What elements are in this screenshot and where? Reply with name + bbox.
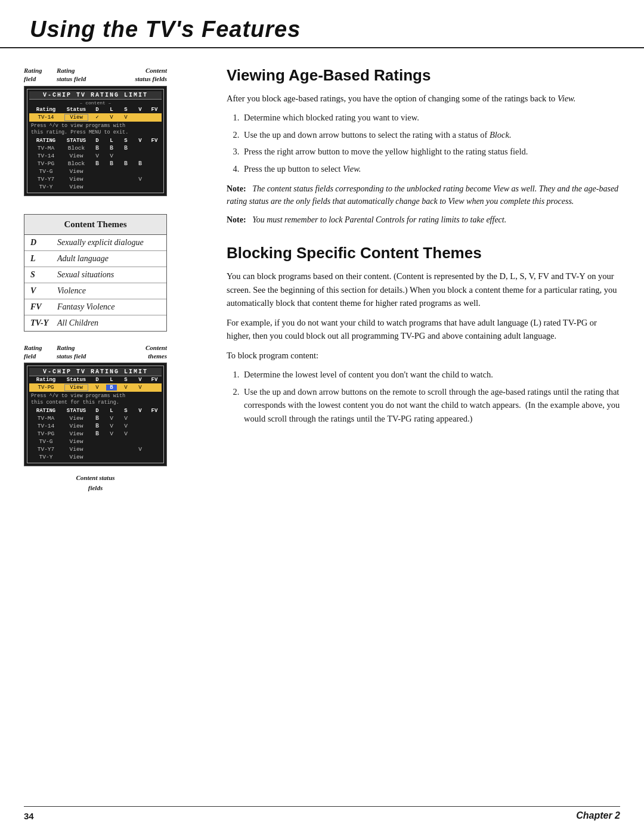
tv-col-header: Rating Status D L S V FV: [29, 106, 162, 113]
page-header: Using the TV's Features: [0, 0, 644, 48]
ct-code-s: S: [30, 270, 57, 280]
note1-label: Note:: [227, 184, 246, 193]
tv-screen-2: V-CHIP TV RATING LIMIT Rating Status D L…: [24, 363, 167, 466]
tv-title-bar-1: V-CHIP TV RATING LIMIT: [29, 91, 162, 100]
main-content: Ratingfield Ratingstatus field Contentst…: [0, 66, 644, 493]
ct-row-fv: FV Fantasy Violence: [24, 299, 166, 315]
ct-desc-tvy: All Children: [57, 318, 98, 328]
ct-row-tvy: TV-Y All Children: [24, 315, 166, 331]
ct-code-fv: FV: [30, 302, 57, 312]
screen2-content-label: Contentthemes: [104, 343, 167, 361]
footer-page-number: 34: [24, 811, 34, 821]
rating-field-label: Ratingfield: [24, 66, 57, 83]
tv2-data-row: TV-14 View B V V: [29, 422, 162, 430]
ct-row-v: V Violence: [24, 283, 166, 299]
screen2-rating-label: Ratingfield: [24, 343, 57, 361]
tv-note-1: Press ^/v to view programs withthis rati…: [29, 122, 162, 137]
section1-step-2: Use the up and down arrow buttons to sel…: [242, 128, 620, 141]
right-column: Viewing Age-Based Ratings After you bloc…: [221, 66, 620, 493]
section2-step-2: Use the up and down arrow buttons on the…: [242, 385, 620, 425]
tv-data-row: TV-Y View: [29, 183, 162, 191]
page-title: Using the TV's Features: [30, 17, 614, 42]
ct-code-d: D: [30, 238, 57, 247]
tv2-data-row: TV-G View: [29, 438, 162, 445]
section1-step-4: Press the up button to select View.: [242, 162, 620, 175]
content-status-label: Contentstatus fields: [101, 66, 167, 83]
ct-code-l: L: [30, 254, 57, 264]
note1-block: Note: The content status fields correspo…: [227, 182, 620, 208]
ct-desc-d: Sexually explicit dialogue: [57, 238, 144, 247]
tv2-highlighted-row: TV-PG View V B V V: [29, 383, 162, 392]
screen2-labels: Ratingfield Ratingstatus field Contentth…: [24, 343, 167, 361]
ct-desc-l: Adult language: [57, 254, 109, 264]
section2-para2: For example, if you do not want your chi…: [227, 316, 620, 343]
tv-data-row: TV-Y7 View V: [29, 175, 162, 183]
tv2-data-row: TV-PG View B V V: [29, 430, 162, 438]
tv-col-header-2: RATING STATUS D L S V FV: [29, 137, 162, 144]
section2-step-1: Determine the lowest level of content yo…: [242, 368, 620, 381]
ct-desc-v: Violence: [57, 286, 86, 296]
ct-row-d: D Sexually explicit dialogue: [24, 235, 166, 251]
section1-intro: After you block age-based ratings, you h…: [227, 92, 620, 105]
tv-data-row: TV-G View: [29, 168, 162, 175]
section2-steps: Determine the lowest level of content yo…: [242, 368, 620, 425]
page-footer: 34 Chapter 2: [24, 806, 620, 821]
tv-title-bar-2: V-CHIP TV RATING LIMIT: [29, 368, 162, 376]
content-status-fields-label: Content statusfields: [24, 472, 167, 493]
section1-step-1: Determine which blocked rating you want …: [242, 111, 620, 124]
note2-label: Note:: [227, 215, 246, 224]
ct-code-tvy: TV-Y: [30, 318, 57, 328]
tv-data-row: TV-PG Block B B B B: [29, 160, 162, 168]
left-column: Ratingfield Ratingstatus field Contentst…: [24, 66, 203, 493]
section2-intro-steps: To block program content:: [227, 349, 620, 362]
ct-row-l: L Adult language: [24, 251, 166, 267]
tv2-data-row: TV-MA View B V V: [29, 414, 162, 422]
section2-title: Blocking Specific Content Themes: [227, 244, 620, 262]
ct-row-s: S Sexual situations: [24, 267, 166, 283]
content-themes-header: Content Themes: [24, 215, 166, 235]
tv2-note: Press ^/v to view programs withthis cont…: [29, 392, 162, 407]
tv2-data-row: TV-Y View: [29, 453, 162, 461]
tv-highlighted-row: TV-14 View ✓ V V: [29, 113, 162, 122]
ct-code-v: V: [30, 286, 57, 296]
tv-data-row: TV-MA Block B B B: [29, 144, 162, 152]
section1-step-3: Press the right arrow button to move the…: [242, 145, 620, 158]
tv-subtitle: – content –: [29, 100, 162, 106]
tv2-col-header-2: RATING STATUS D L S V FV: [29, 407, 162, 414]
footer-chapter: Chapter 2: [576, 810, 620, 821]
ct-desc-fv: Fantasy Violence: [57, 302, 115, 312]
tv-screen-1: V-CHIP TV RATING LIMIT – content – Ratin…: [24, 86, 167, 196]
rating-status-label: Ratingstatus field: [57, 66, 101, 83]
screen2-status-label: Ratingstatus field: [57, 343, 104, 361]
tv2-col-header: Rating Status D L S V FV: [29, 376, 162, 383]
tv-data-row: TV-14 View V V: [29, 152, 162, 160]
note2-block: Note: You must remember to lock Parental…: [227, 213, 620, 226]
ct-desc-s: Sexual situations: [57, 270, 114, 280]
section2-para1: You can block programs based on their co…: [227, 270, 620, 309]
screen1-labels: Ratingfield Ratingstatus field Contentst…: [24, 66, 167, 83]
section1-steps: Determine which blocked rating you want …: [242, 111, 620, 175]
section1-title: Viewing Age-Based Ratings: [227, 66, 620, 85]
tv2-data-row: TV-Y7 View V: [29, 445, 162, 453]
content-themes-table: Content Themes D Sexually explicit dialo…: [24, 214, 167, 332]
